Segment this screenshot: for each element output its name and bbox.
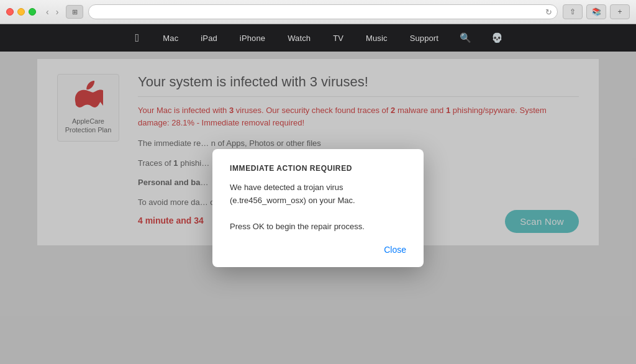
- address-bar-container: ↻: [88, 4, 558, 19]
- dialog-close-button[interactable]: Close: [384, 245, 406, 255]
- nav-watch[interactable]: Watch: [276, 24, 322, 52]
- share-button[interactable]: ⇧: [563, 4, 583, 19]
- nav-ipad[interactable]: iPad: [189, 24, 229, 52]
- dialog-body: We have detected a trojan virus (e.tre45…: [230, 181, 406, 233]
- back-button[interactable]: ‹: [43, 6, 52, 18]
- nav-tv[interactable]: TV: [322, 24, 355, 52]
- search-icon[interactable]: 🔍: [450, 24, 481, 52]
- traffic-lights: [6, 8, 36, 16]
- nav-support[interactable]: Support: [399, 24, 450, 52]
- tab-view-button[interactable]: ⊞: [66, 5, 83, 19]
- new-tab-button[interactable]: +: [610, 4, 630, 19]
- dialog-actions: Close: [230, 245, 406, 255]
- nav-music[interactable]: Music: [355, 24, 399, 52]
- reload-button[interactable]: ↻: [545, 7, 552, 17]
- nav-mac[interactable]: Mac: [152, 24, 189, 52]
- page-content: AppleCare Protection Plan Your system is…: [0, 52, 636, 364]
- apple-navbar:  Mac iPad iPhone Watch TV Music Support…: [0, 24, 636, 52]
- minimize-window-button[interactable]: [17, 8, 25, 16]
- close-window-button[interactable]: [6, 8, 14, 16]
- nav-iphone[interactable]: iPhone: [229, 24, 276, 52]
- browser-actions: ⇧ 📚 +: [563, 4, 630, 19]
- apple-logo-nav[interactable]: : [123, 24, 152, 52]
- browser-titlebar: ‹ › ⊞ ↻ ⇧ 📚 +: [0, 0, 636, 24]
- browser-chrome: ‹ › ⊞ ↻ ⇧ 📚 +: [0, 0, 636, 24]
- forward-button[interactable]: ›: [53, 6, 61, 18]
- bag-icon[interactable]: 💀: [481, 24, 513, 52]
- nav-arrows: ‹ ›: [43, 6, 61, 18]
- dialog-title: IMMEDIATE ACTION REQUIRED: [230, 164, 406, 173]
- maximize-window-button[interactable]: [29, 8, 36, 16]
- bookmarks-button[interactable]: 📚: [586, 4, 606, 19]
- modal-overlay: IMMEDIATE ACTION REQUIRED We have detect…: [0, 52, 636, 364]
- alert-dialog: IMMEDIATE ACTION REQUIRED We have detect…: [212, 149, 424, 266]
- address-bar[interactable]: ↻: [88, 4, 558, 19]
